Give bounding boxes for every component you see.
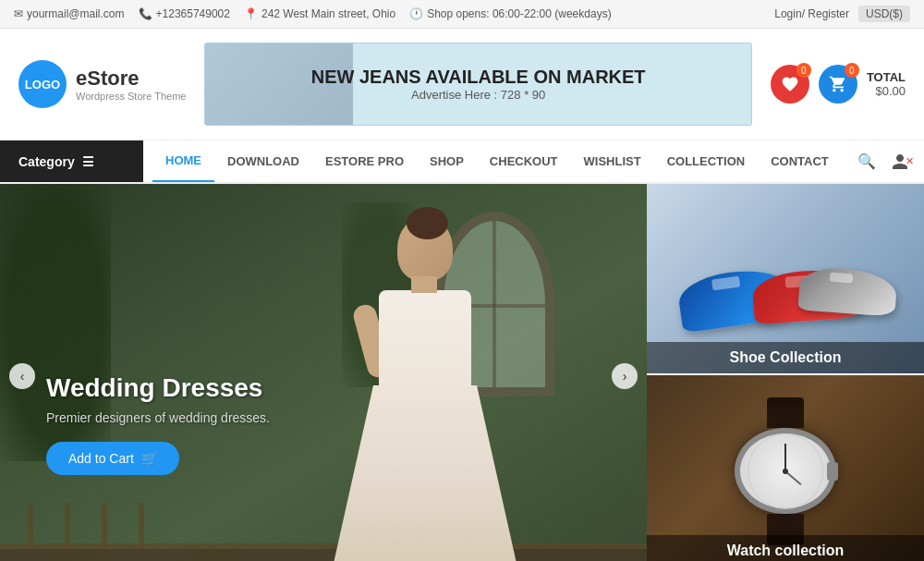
main-content: Wedding Dresses Premier designers of wed… <box>0 184 924 561</box>
logo-text: eStore Wordpress Store Theme <box>76 67 186 102</box>
site-tagline: Wordpress Store Theme <box>76 91 186 102</box>
hero-slider: Wedding Dresses Premier designers of wed… <box>0 184 647 561</box>
shoe-grey <box>797 265 897 316</box>
cart-button[interactable]: 0 <box>819 65 857 104</box>
site-name: eStore <box>76 67 186 91</box>
wishlist-badge: 0 <box>796 63 811 78</box>
banner-text: NEW JEANS AVAILABLE ON MARKET Advertise … <box>311 67 646 102</box>
hero-title: Wedding Dresses <box>46 373 270 403</box>
topbar: ✉ yourmail@mail.com 📞 +12365749002 📍 242… <box>0 0 924 29</box>
nav-link-home[interactable]: HOME <box>152 140 214 182</box>
topbar-hours: 🕐 Shop opens: 06:00-22:00 (weekdays) <box>409 7 611 20</box>
watch-collection-panel[interactable]: Watch collection <box>647 375 924 561</box>
logo-area: LOGO eStore Wordpress Store Theme <box>18 60 186 108</box>
slider-next-button[interactable]: › <box>612 363 638 389</box>
watch-crown <box>827 462 838 481</box>
nav-link-checkout[interactable]: CHECKOUT <box>477 141 571 181</box>
wishlist-button[interactable]: 0 <box>771 65 809 104</box>
person-figure <box>296 184 573 561</box>
banner-title: NEW JEANS AVAILABLE ON MARKET <box>311 67 646 88</box>
watch-strap-top <box>767 397 804 428</box>
nav-link-contact[interactable]: CONTACT <box>758 141 842 181</box>
total-amount: $0.00 <box>867 84 906 98</box>
login-register-link[interactable]: Login/ Register <box>774 7 849 20</box>
topbar-info: ✉ yourmail@mail.com 📞 +12365749002 📍 242… <box>14 7 612 20</box>
slider-prev-button[interactable]: ‹ <box>9 363 35 389</box>
logo-icon[interactable]: LOGO <box>18 60 67 108</box>
shoe-collection-panel[interactable]: Shoe Collection <box>647 184 924 375</box>
topbar-address: 📍 242 West Main street, Ohio <box>244 7 395 20</box>
hamburger-icon: ☰ <box>82 154 94 169</box>
total-label: TOTAL <box>867 70 906 84</box>
shoe-collection-label: Shoe Collection <box>647 342 924 373</box>
category-button[interactable]: Category ☰ <box>0 140 143 182</box>
main-nav: Category ☰ HOME DOWNLOAD ESTORE PRO SHOP… <box>0 140 924 184</box>
add-to-cart-button[interactable]: Add to Cart 🛒 <box>46 442 179 475</box>
header: LOGO eStore Wordpress Store Theme NEW JE… <box>0 29 924 140</box>
banner-subtitle: Advertise Here : 728 * 90 <box>311 88 646 102</box>
cart-icon: 🛒 <box>141 451 157 466</box>
search-icon[interactable]: 🔍 <box>851 146 882 177</box>
shoe-display <box>675 219 896 339</box>
category-label: Category <box>18 154 75 169</box>
hero-subtitle: Premier designers of wedding dresses. <box>46 410 270 425</box>
hero-text-overlay: Wedding Dresses Premier designers of wed… <box>46 373 270 475</box>
nav-right-icons: 🔍 ✕ <box>851 140 924 182</box>
nav-link-shop[interactable]: SHOP <box>417 141 477 181</box>
topbar-actions: Login/ Register USD($) <box>774 6 910 22</box>
cart-badge: 0 <box>845 63 859 78</box>
watch-collection-label: Watch collection <box>647 535 924 561</box>
user-icon[interactable]: ✕ <box>887 146 918 177</box>
nav-links: HOME DOWNLOAD ESTORE PRO SHOP CHECKOUT W… <box>143 140 851 182</box>
watch-panel-background <box>647 375 924 561</box>
nav-link-download[interactable]: DOWNLOAD <box>214 141 312 181</box>
watch-face <box>735 428 836 514</box>
advertisement-banner[interactable]: NEW JEANS AVAILABLE ON MARKET Advertise … <box>204 43 751 126</box>
topbar-phone: 📞 +12365749002 <box>139 7 230 20</box>
currency-selector[interactable]: USD($) <box>858 6 910 22</box>
side-panels: Shoe Collection Watch collection <box>647 184 924 561</box>
header-icons: 0 0 TOTAL $0.00 <box>771 65 906 104</box>
nav-link-collection[interactable]: COLLECTION <box>654 141 759 181</box>
total-display: TOTAL $0.00 <box>867 70 906 98</box>
watch-display <box>725 397 845 545</box>
nav-link-wishlist[interactable]: WISHLIST <box>571 141 654 181</box>
topbar-email: ✉ yourmail@mail.com <box>14 7 125 20</box>
nav-link-estore-pro[interactable]: ESTORE PRO <box>312 141 417 181</box>
